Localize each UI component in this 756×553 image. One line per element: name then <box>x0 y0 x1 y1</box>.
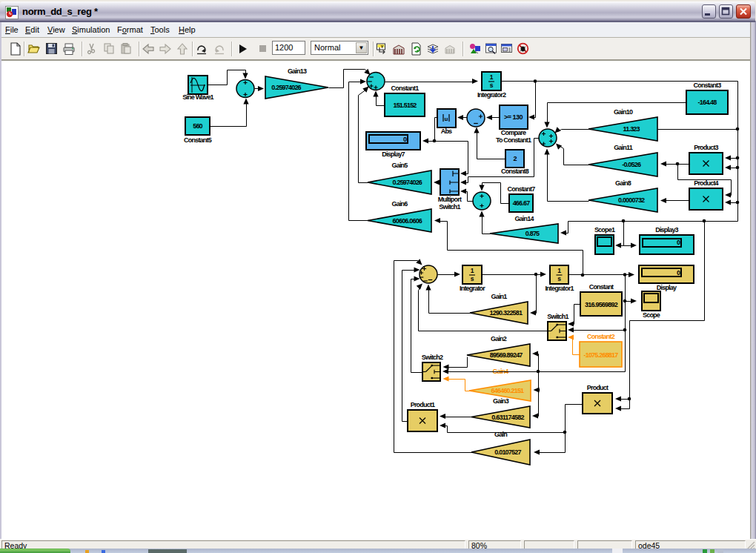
svg-text:u: u <box>445 116 448 122</box>
svg-text:Switch1: Switch1 <box>547 313 568 320</box>
svg-text:Switch1: Switch1 <box>439 203 460 211</box>
svg-text:Gain6: Gain6 <box>391 200 408 208</box>
svg-text:Product4: Product4 <box>694 179 718 187</box>
svg-text:Gain11: Gain11 <box>614 144 633 151</box>
svg-text:s: s <box>557 275 561 282</box>
svg-text:Display7: Display7 <box>382 150 405 158</box>
svg-text:Switch2: Switch2 <box>422 354 443 361</box>
svg-text:Display3: Display3 <box>655 226 678 234</box>
svg-text:Gain8: Gain8 <box>615 179 631 187</box>
svg-text:Constant3: Constant3 <box>694 82 722 89</box>
svg-text:Constant1: Constant1 <box>391 85 420 92</box>
svg-text:Multiport: Multiport <box>438 196 462 203</box>
svg-text:Gain13: Gain13 <box>288 67 307 75</box>
svg-text:1: 1 <box>471 267 474 274</box>
svg-text:Constant5: Constant5 <box>184 136 212 144</box>
svg-text:151.5152: 151.5152 <box>393 102 417 109</box>
svg-text:Integrator2: Integrator2 <box>477 91 506 99</box>
svg-text:Sine Wave1: Sine Wave1 <box>182 93 213 101</box>
svg-text:Product1: Product1 <box>411 401 435 408</box>
svg-text:11.323: 11.323 <box>623 125 640 133</box>
svg-text:Gain2: Gain2 <box>491 335 507 342</box>
svg-text:Gain3: Gain3 <box>493 397 509 405</box>
svg-text:560: 560 <box>193 122 202 130</box>
svg-text:Gain1: Gain1 <box>491 293 507 300</box>
svg-text:Product3: Product3 <box>694 144 718 151</box>
svg-text:Constant: Constant <box>589 283 614 291</box>
svg-text:0.0000732: 0.0000732 <box>618 196 645 204</box>
svg-text:0.0107527: 0.0107527 <box>494 448 521 456</box>
svg-text:646460.2151: 646460.2151 <box>491 387 525 394</box>
svg-text:Abs: Abs <box>441 128 452 135</box>
svg-text:Scope1: Scope1 <box>594 226 615 234</box>
svg-text:-0.0526: -0.0526 <box>622 161 641 168</box>
svg-text:Gain10: Gain10 <box>614 108 633 116</box>
svg-text:89569.89247: 89569.89247 <box>490 351 523 359</box>
svg-text:Display: Display <box>657 284 677 291</box>
svg-text:-1075.268817: -1075.268817 <box>584 351 619 359</box>
svg-text:s: s <box>471 275 474 282</box>
svg-text:316.9569892: 316.9569892 <box>585 301 618 308</box>
svg-text:1: 1 <box>490 73 494 81</box>
svg-text:-164.48: -164.48 <box>698 99 717 106</box>
svg-text:Gain14: Gain14 <box>514 215 534 222</box>
svg-text:60606.0606: 60606.0606 <box>393 217 422 225</box>
svg-text:466.67: 466.67 <box>513 199 531 207</box>
svg-text:Integrator1: Integrator1 <box>545 285 574 292</box>
svg-text:Gain5: Gain5 <box>391 162 408 169</box>
svg-text:Constant2: Constant2 <box>587 333 615 340</box>
svg-text:Scope: Scope <box>643 311 660 319</box>
svg-text:Y: Y <box>381 44 384 49</box>
svg-text:Gain: Gain <box>494 431 507 438</box>
svg-text:0.875: 0.875 <box>525 230 540 237</box>
svg-text:1: 1 <box>557 267 561 274</box>
svg-text:Compare: Compare <box>501 129 526 136</box>
svg-text:Constant7: Constant7 <box>508 185 536 193</box>
svg-text:s: s <box>490 82 494 89</box>
svg-text:Product: Product <box>587 384 609 391</box>
svg-text:0.25974026: 0.25974026 <box>393 179 422 186</box>
svg-text:To Constant1: To Constant1 <box>496 136 531 144</box>
svg-text:>= 130: >= 130 <box>504 113 523 121</box>
svg-text:1290.322581: 1290.322581 <box>489 309 523 317</box>
svg-text:0.631174582: 0.631174582 <box>491 414 524 421</box>
svg-text:Integrator: Integrator <box>460 285 485 292</box>
svg-text:0.25974026: 0.25974026 <box>271 84 301 91</box>
svg-text:Constant8: Constant8 <box>501 168 529 175</box>
